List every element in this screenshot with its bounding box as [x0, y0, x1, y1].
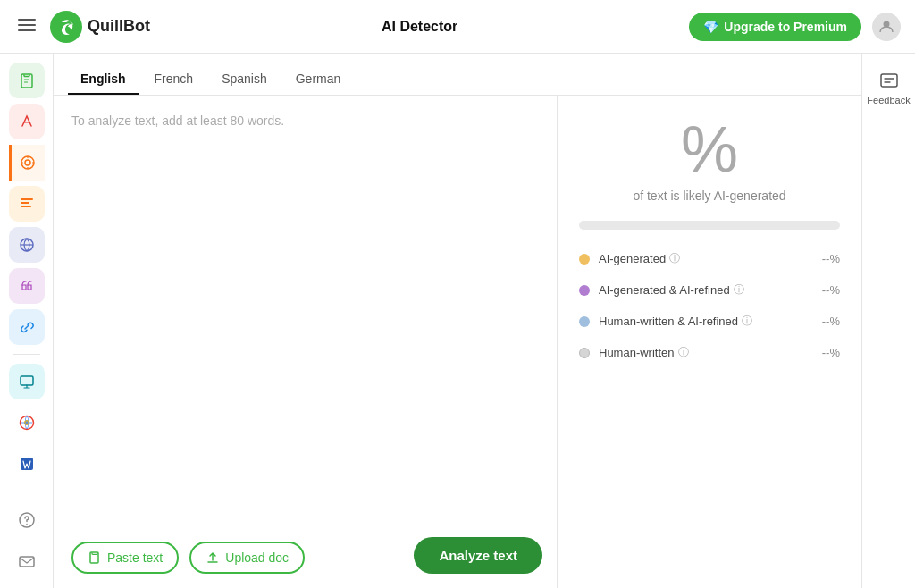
value-ai-refined: --% — [822, 283, 840, 297]
svg-point-5 — [21, 156, 34, 169]
info-icon-3[interactable]: ⓘ — [678, 345, 689, 360]
dot-ai-refined — [579, 285, 590, 296]
svg-rect-1 — [18, 24, 36, 26]
editor-section: To analyze text, add at least 80 words. … — [54, 96, 861, 588]
value-human-ai-refined: --% — [822, 315, 840, 328]
label-ai-refined: AI-generated & AI-refined ⓘ — [599, 282, 813, 298]
sidebar-item-mail[interactable] — [9, 543, 45, 579]
sidebar-item-grammar[interactable] — [9, 104, 45, 139]
svg-point-6 — [25, 160, 30, 165]
user-avatar[interactable] — [872, 13, 901, 41]
upload-doc-button[interactable]: Upload doc — [189, 542, 305, 574]
svg-rect-19 — [881, 74, 897, 87]
topbar: QuillBot AI Detector 💎 Upgrade to Premiu… — [0, 0, 915, 54]
sidebar-item-ai-detector[interactable] — [9, 145, 45, 181]
sidebar-item-clipboard[interactable] — [9, 63, 45, 98]
progress-bar — [579, 221, 840, 230]
feedback-button[interactable]: Feedback — [860, 64, 915, 113]
sidebar-item-translate[interactable] — [9, 227, 45, 263]
percent-display: % — [579, 117, 840, 181]
svg-rect-11 — [21, 376, 33, 385]
dot-human-written — [579, 348, 590, 358]
info-icon-0[interactable]: ⓘ — [669, 251, 680, 266]
label-human-written: Human-written ⓘ — [599, 345, 813, 360]
upload-icon — [206, 550, 220, 565]
paste-text-label: Paste text — [107, 550, 163, 565]
feedback-label: Feedback — [867, 95, 910, 105]
category-row-human-ai-refined: Human-written & AI-refined ⓘ --% — [579, 314, 840, 329]
tab-spanish[interactable]: Spanish — [209, 64, 280, 95]
info-icon-1[interactable]: ⓘ — [734, 282, 744, 298]
analyze-text-button[interactable]: Analyze text — [414, 537, 542, 574]
main-layout: English French Spanish German To analyze… — [0, 54, 915, 588]
topbar-right: 💎 Upgrade to Premium — [689, 13, 901, 41]
sidebar-item-word[interactable] — [9, 446, 45, 482]
paste-text-button[interactable]: Paste text — [71, 542, 179, 574]
tab-german[interactable]: German — [283, 64, 354, 95]
svg-rect-0 — [18, 19, 36, 21]
tab-french[interactable]: French — [142, 64, 206, 95]
percent-label: of text is likely AI-generated — [579, 189, 840, 203]
categories: AI-generated ⓘ --% AI-generated & AI-ref… — [579, 251, 840, 360]
svg-rect-17 — [20, 557, 34, 567]
sidebar-item-quotes[interactable] — [9, 268, 45, 304]
logo-text: QuillBot — [88, 17, 150, 36]
feedback-icon — [879, 71, 899, 91]
menu-icon[interactable] — [14, 13, 39, 41]
sidebar-item-screen[interactable] — [9, 364, 45, 399]
label-ai-generated: AI-generated ⓘ — [599, 251, 813, 266]
dot-ai-generated — [579, 254, 590, 265]
logo[interactable]: QuillBot — [50, 11, 150, 43]
feedback-sidebar: Feedback — [861, 54, 915, 588]
content-area: English French Spanish German To analyze… — [54, 54, 861, 588]
dot-human-ai-refined — [579, 316, 590, 327]
svg-rect-7 — [21, 198, 33, 200]
upload-doc-label: Upload doc — [225, 550, 289, 565]
svg-rect-8 — [21, 202, 29, 204]
sidebar-item-help[interactable] — [9, 502, 45, 538]
sidebar-item-browser[interactable] — [9, 405, 45, 441]
left-panel-content: To analyze text, add at least 80 words. — [54, 96, 557, 527]
svg-point-16 — [26, 524, 28, 525]
upgrade-label: Upgrade to Premium — [724, 20, 847, 34]
left-panel: To analyze text, add at least 80 words. … — [54, 96, 558, 588]
value-human-written: --% — [822, 346, 840, 359]
right-panel: % of text is likely AI-generated AI-gene… — [558, 96, 861, 588]
logo-icon — [50, 11, 82, 43]
svg-rect-9 — [21, 206, 31, 207]
diamond-icon: 💎 — [703, 20, 718, 34]
category-row-ai-generated: AI-generated ⓘ --% — [579, 251, 840, 266]
sidebar-item-summarize[interactable] — [9, 186, 45, 222]
value-ai-generated: --% — [822, 252, 840, 265]
tab-bar: English French Spanish German — [54, 54, 861, 96]
tab-english[interactable]: English — [68, 64, 139, 95]
analyze-btn-wrapper: Analyze text — [414, 537, 542, 574]
upgrade-button[interactable]: 💎 Upgrade to Premium — [689, 13, 861, 41]
category-row-ai-refined: AI-generated & AI-refined ⓘ --% — [579, 282, 840, 298]
page-title: AI Detector — [382, 19, 458, 35]
category-row-human-written: Human-written ⓘ --% — [579, 345, 840, 360]
sidebar-bottom — [9, 502, 45, 579]
paste-icon — [88, 550, 102, 565]
sidebar — [0, 54, 54, 588]
topbar-left: QuillBot — [14, 11, 150, 43]
sidebar-divider — [13, 354, 40, 355]
sidebar-item-link[interactable] — [9, 309, 45, 345]
info-icon-2[interactable]: ⓘ — [742, 314, 752, 329]
svg-rect-2 — [18, 29, 36, 31]
placeholder-text: To analyze text, add at least 80 words. — [71, 113, 539, 128]
label-human-ai-refined: Human-written & AI-refined ⓘ — [599, 314, 813, 329]
